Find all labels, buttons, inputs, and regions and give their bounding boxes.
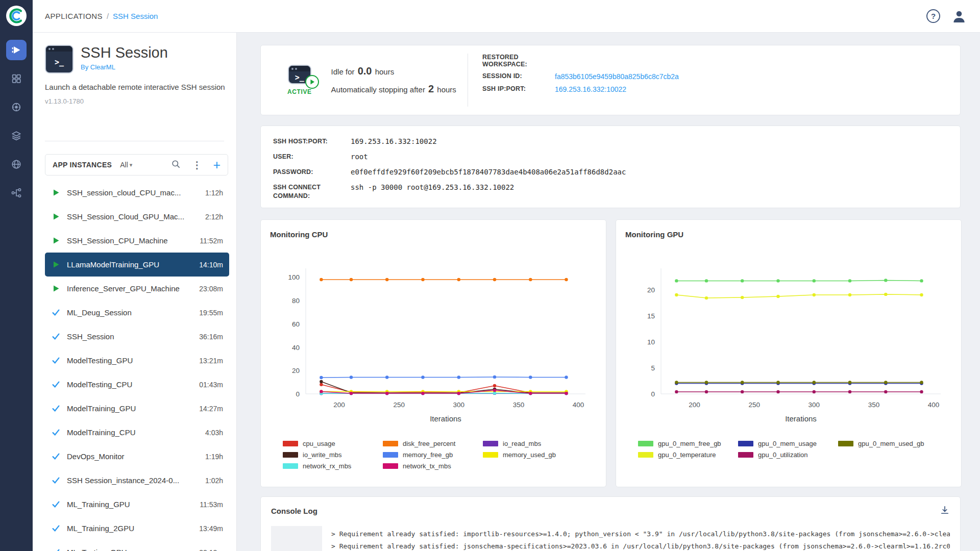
instances-filter-dropdown[interactable]: All ▾ [120,161,132,169]
rail-item-projects[interactable] [6,68,27,89]
svg-text:80: 80 [292,297,300,305]
instance-row[interactable]: DevOps_Monitor1:19h [45,444,229,468]
charts-row: Monitoring CPU 0204060801002002503003504… [260,219,961,487]
session-id-link[interactable]: fa853b6105e9459b80a825b6c8c7cb2a [555,72,679,81]
search-button[interactable] [171,159,181,170]
instance-row[interactable]: ModelTraining_GPU14:27m [45,396,229,420]
detail-row: USER:root [273,153,948,161]
legend-swatch [483,452,498,458]
legend-item-memory_used_gb[interactable]: memory_used_gb [483,451,583,459]
legend-label: network_tx_mbs [403,462,451,470]
avatar[interactable] [951,9,967,24]
rail-item-datasets[interactable] [6,126,27,146]
legend-item-io_read_mbs[interactable]: io_read_mbs [483,440,583,447]
svg-text:0: 0 [651,390,655,398]
legend-item-gpu_0_mem_used_gb[interactable]: gpu_0_mem_used_gb [838,440,938,447]
instance-row[interactable]: SSH_Session_Cloud_GPU_Mac...2:12h [45,205,229,229]
instance-name: SSH_Session [67,332,192,341]
instance-name: ModelTraining_GPU [67,404,192,413]
clearml-logo-icon[interactable] [6,5,27,27]
instance-name: ML_Training_GPU [67,500,193,509]
download-log-button[interactable] [940,505,950,517]
instance-row[interactable]: ML_Training_2GPU13:49m [45,516,229,540]
detail-value: root [351,153,368,161]
connection-details-card: SSH HOST:PORT:169.253.16.332:10022USER:r… [260,126,961,208]
ssh-ipport-link[interactable]: 169.253.16.332:10022 [555,85,626,93]
legend-item-gpu_0_temperature[interactable]: gpu_0_temperature [638,451,738,459]
gpu-chart-title: Monitoring GPU [625,230,952,239]
detail-label: SSH CONNECT COMMAND: [273,183,340,201]
legend-item-memory_free_gb[interactable]: memory_free_gb [383,451,483,459]
instance-row[interactable]: ModelTesting_CPU01:43m [45,372,229,396]
instance-runtime: 01:43m [199,381,223,389]
console-log-line: > Requirement already satisfied: jsonsch… [331,540,950,551]
instance-row[interactable]: ML_Training_GPU11:53m [45,492,229,516]
instance-runtime: 14:27m [199,405,223,413]
console-lines: > Requirement already satisfied: importl… [322,526,950,551]
instance-row[interactable]: ModelTesting_GPU13:21m [45,348,229,372]
running-play-icon [52,285,60,292]
rail-item-hyper-datasets[interactable] [6,154,27,174]
instances-toolbar: APP INSTANCES All ▾ ⋮ + [45,154,228,176]
instance-row[interactable]: LLamaModelTraining_GPU14:10m [45,253,229,277]
instance-row[interactable]: SSH_Session36:16m [45,324,229,348]
instance-row[interactable]: ML_Testing_GPU32:12m [45,540,229,551]
rail-item-workers[interactable] [6,97,27,117]
instance-runtime: 11:53m [200,500,223,509]
legend-item-network_tx_mbs[interactable]: network_tx_mbs [383,462,483,470]
autostop-text: Automatically stopping after 2 hours [331,83,456,95]
rail-item-pipelines[interactable] [6,183,27,203]
plus-icon: + [213,159,220,171]
instance-name: LLamaModelTraining_GPU [67,260,192,269]
breadcrumb-current-page: SSH Session [113,12,158,20]
running-play-icon [52,213,60,220]
instance-row[interactable]: Inference_Server_GPU_Machine23:08m [45,277,229,300]
legend-label: gpu_0_temperature [658,451,716,459]
instance-name: SSH_Session_CPU_Machine [67,236,193,245]
instance-name: ModelTesting_CPU [67,380,192,389]
byline-link[interactable]: By ClearML [81,63,168,71]
sidebar-divider [45,141,224,141]
breadcrumb-applications[interactable]: APPLICATIONS [45,12,103,20]
completed-check-icon [52,524,60,533]
detail-row: SSH CONNECT COMMAND:ssh -p 30000 root@16… [273,183,948,201]
instance-runtime: 2:12h [205,213,223,221]
legend-swatch [638,441,653,446]
legend-swatch [283,452,298,458]
console-body: > Requirement already satisfied: importl… [271,526,950,551]
instance-row[interactable]: ModelTraining_CPU4:03h [45,420,229,444]
instance-name: ML_Deug_Session [67,308,192,317]
completed-check-icon [52,476,60,485]
legend-item-gpu_0_mem_usage[interactable]: gpu_0_mem_usage [738,440,838,447]
svg-text:15: 15 [647,312,655,320]
console-log-card: Console Log > Requirement already satisf… [260,496,961,551]
add-instance-button[interactable]: + [213,159,220,171]
layers-icon [11,130,22,141]
sidebar: >_ SSH Session By ClearML Launch a detac… [33,33,237,551]
legend-item-gpu_0_mem_free_gb[interactable]: gpu_0_mem_free_gb [638,440,738,447]
more-options-button[interactable]: ⋮ [192,159,202,171]
instance-row[interactable]: ML_Deug_Session19:55m [45,300,229,324]
completed-check-icon [52,332,60,341]
topbar-actions: ? [926,9,967,24]
instance-row[interactable]: SSH Session_instance_2024-0...1:02h [45,468,229,492]
legend-item-gpu_0_utilization[interactable]: gpu_0_utilization [738,451,838,459]
legend-item-network_rx_mbs[interactable]: network_rx_mbs [283,462,383,470]
legend-item-io_write_mbs[interactable]: io_write_mbs [283,451,383,459]
cpu-chart[interactable]: 020406080100200250300350400Iterations [270,260,597,437]
legend-item-cpu_usage[interactable]: cpu_usage [283,440,383,447]
instance-runtime: 36:16m [199,333,223,341]
help-icon[interactable]: ? [926,9,940,23]
status-right: RESTORED WORKSPACE: SESSION ID: fa853b61… [468,45,679,115]
running-play-icon [52,189,60,196]
gpu-chart[interactable]: 05101520200250300350400Iterations [625,260,952,437]
instance-row[interactable]: SSH_session_cloud_CPU_mac...1:12h [45,181,229,205]
instance-name: SSH_Session_Cloud_GPU_Mac... [67,212,199,221]
rail-item-applications[interactable] [6,40,27,60]
svg-text:0: 0 [296,390,300,398]
download-icon [940,505,950,517]
svg-text:20: 20 [292,367,300,374]
instance-row[interactable]: SSH_Session_CPU_Machine11:52m [45,229,229,253]
app-title: SSH Session [81,45,168,61]
legend-item-disk_free_percent[interactable]: disk_free_percent [383,440,483,447]
